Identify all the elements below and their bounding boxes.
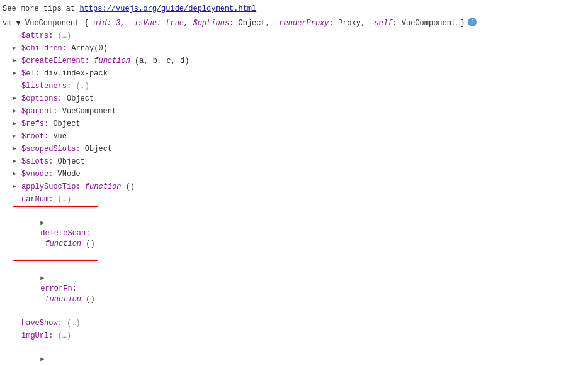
line-options[interactable]: $options: Object [0,92,588,105]
arrow-scopedslots[interactable] [13,143,20,155]
prop-key: $listeners: [21,80,71,92]
line-qrcodeScan[interactable]: qrcodeScan: function () [0,342,588,366]
prop-key: imgUrl: [21,330,53,341]
prop-value: (…) [53,30,71,42]
prop-params: () [86,240,94,248]
arrow-options[interactable] [13,93,20,104]
prop-key: carNum: [21,194,53,205]
vm-header-text: vm ▼ VueComponent {_uid: 3, _isVue: true… [3,18,465,29]
arrow-qrcodeScan[interactable] [40,354,48,365]
arrow-createelement[interactable] [13,55,20,67]
line-carNum: carNum: (…) [0,193,588,206]
prop-value: Object [62,93,94,104]
info-icon[interactable]: i [468,18,477,26]
function-keyword: function [81,181,126,192]
arrow-children[interactable] [13,43,20,54]
prop-value: Object [48,118,80,130]
arrow-deleteScan[interactable] [40,218,48,228]
line-children[interactable]: $children: Array(0) [0,42,588,55]
prop-value: div.index-pack [40,68,108,79]
line-attrs: $attrs: (…) [0,30,588,42]
line-createelement[interactable]: $createElement: function (a, b, c, d) [0,55,588,67]
prop-key: $parent: [21,106,58,117]
prop-value: Object [81,143,112,155]
line-deleteScan[interactable]: deleteScan: function () [0,206,588,262]
prop-key: errorFn: [40,284,77,293]
line-haveShow: haveShow: (…) [0,317,588,330]
prop-value: VueComponent [58,106,117,117]
prop-value: (…) [62,318,81,329]
line-errorFn[interactable]: errorFn: function () [0,262,588,317]
arrow-parent[interactable] [13,106,20,117]
line-el[interactable]: $el: div.index-pack [0,67,588,80]
line-applySuccTip[interactable]: applySuccTip: function () [0,180,588,193]
prop-value: Array(0) [67,43,108,54]
arrow-vnode[interactable] [13,169,20,180]
prop-value: Vue [48,131,67,142]
prop-key: $el: [21,68,40,79]
prop-key: $createElement: [21,55,89,67]
prop-key: $attrs: [21,30,53,42]
arrow-root[interactable] [13,131,20,142]
prop-key: deleteScan: [40,229,90,238]
function-keyword: function [40,240,86,248]
tip-link[interactable]: https://vuejs.org/guide/deployment.html [79,3,256,14]
prop-key: $children: [21,43,67,54]
line-scopedslots[interactable]: $scopedSlots: Object [0,143,588,155]
prop-key: $vnode: [21,169,53,180]
arrow-errorFn[interactable] [40,273,48,284]
prop-value: VNode [53,169,80,180]
tip-line: See more tips at https://vuejs.org/guide… [0,3,588,17]
prop-key: $scopedSlots: [21,143,81,155]
prop-value: (…) [53,194,71,205]
prop-value: (…) [53,330,71,341]
arrow-el[interactable] [13,68,20,79]
prop-key: haveShow: [21,318,62,329]
line-imgUrl: imgUrl: (…) [0,330,588,342]
prop-params: (a, b, c, d) [135,55,189,67]
prop-key: $refs: [21,118,48,130]
prop-key: applySuccTip: [21,181,81,192]
arrow-refs[interactable] [13,118,20,130]
prop-params: () [86,295,94,304]
prop-key: $options: [21,93,62,104]
function-keyword: function [89,55,135,67]
function-keyword: function [40,295,86,304]
prop-key: $root: [21,131,48,142]
console-panel[interactable]: See more tips at https://vuejs.org/guide… [0,0,588,366]
arrow-slots[interactable] [13,156,20,167]
prop-params: () [126,181,135,192]
prop-value: (…) [71,80,89,92]
tip-prefix: See more tips at [3,3,79,14]
vm-header-line: vm ▼ VueComponent {_uid: 3, _isVue: true… [0,17,588,30]
line-root[interactable]: $root: Vue [0,130,588,143]
prop-value: Object [53,156,84,167]
line-listeners: $listeners: (…) [0,80,588,92]
arrow-applySuccTip[interactable] [13,181,20,192]
prop-key: $slots: [21,156,53,167]
line-slots[interactable]: $slots: Object [0,155,588,168]
line-vnode[interactable]: $vnode: VNode [0,168,588,180]
line-parent[interactable]: $parent: VueComponent [0,105,588,118]
line-refs[interactable]: $refs: Object [0,118,588,130]
